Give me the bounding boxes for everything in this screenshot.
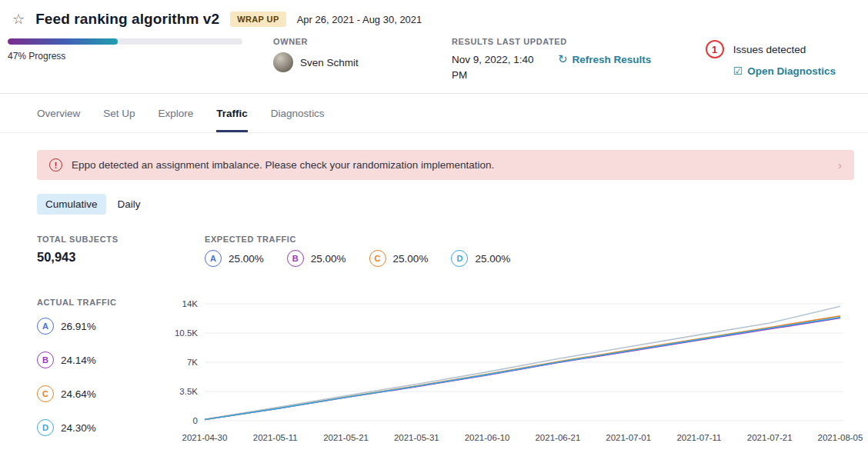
wrap-up-badge[interactable]: WRAP UP <box>230 12 286 27</box>
expected-variant-a-value: 25.00% <box>229 253 264 265</box>
experiment-header: ☆ Feed ranking algorithm v2 WRAP UP Apr … <box>0 0 868 94</box>
expected-traffic-block: EXPECTED TRAFFIC A 25.00% B 25.00% C 25.… <box>205 235 510 267</box>
tab-explore[interactable]: Explore <box>159 108 194 132</box>
owner-avatar <box>273 52 293 72</box>
expected-variant-c-value: 25.00% <box>393 253 429 265</box>
actual-variant-b-value: 24.14% <box>61 355 96 366</box>
variant-c-badge: C <box>37 385 54 402</box>
traffic-chart-section: ACTUAL TRAFFIC A 26.91% B 24.14% C 24.64… <box>0 298 868 453</box>
total-subjects-block: TOTAL SUBJECTS 50,943 <box>37 235 205 267</box>
svg-text:2021-05-11: 2021-05-11 <box>253 433 298 442</box>
actual-variant-c: C 24.64% <box>37 385 171 402</box>
variant-a-badge: A <box>37 318 54 335</box>
chevron-right-icon[interactable]: › <box>838 158 842 172</box>
favorite-star-icon[interactable]: ☆ <box>12 12 25 26</box>
actual-variant-d-value: 24.30% <box>61 422 96 434</box>
toggle-daily[interactable]: Daily <box>109 194 149 215</box>
actual-variant-a-value: 26.91% <box>61 321 96 332</box>
progress-label: 47% Progress <box>8 51 242 62</box>
actual-variant-a: A 26.91% <box>37 318 171 335</box>
results-last-updated-label: RESULTS LAST UPDATED <box>452 37 663 46</box>
svg-text:2021-07-21: 2021-07-21 <box>747 433 793 442</box>
refresh-results-button[interactable]: ↻ Refresh Results <box>558 52 651 66</box>
variant-b-badge: B <box>287 250 304 267</box>
svg-text:3.5K: 3.5K <box>179 387 198 396</box>
actual-variant-d: D 24.30% <box>37 419 171 436</box>
actual-traffic-label: ACTUAL TRAFFIC <box>37 298 171 307</box>
traffic-chart[interactable]: 03.5K7K10.5K14K2021-04-302021-05-112021-… <box>171 298 863 445</box>
expected-variant-d: D 25.00% <box>451 250 510 267</box>
issues-block: 1 Issues detected ☑ Open Diagnostics <box>706 40 836 77</box>
variant-a-badge: A <box>205 250 222 267</box>
expected-traffic-label: EXPECTED TRAFFIC <box>205 235 510 244</box>
tab-bar: Overview Set Up Explore Traffic Diagnost… <box>0 94 868 133</box>
meta-row: 47% Progress OWNER Sven Schmit RESULTS L… <box>0 28 868 82</box>
progress-block: 47% Progress <box>8 38 242 62</box>
svg-text:2021-06-10: 2021-06-10 <box>465 433 510 442</box>
issues-detected-text: Issues detected <box>733 44 806 55</box>
assignment-imbalance-alert[interactable]: ! Eppo detected an assignment imbalance.… <box>37 150 854 180</box>
tab-set-up[interactable]: Set Up <box>103 108 135 132</box>
open-diagnostics-label: Open Diagnostics <box>747 65 836 77</box>
svg-text:2021-05-31: 2021-05-31 <box>394 433 439 442</box>
actual-variant-b: B 24.14% <box>37 351 171 368</box>
experiment-date-range: Apr 26, 2021 - Aug 30, 2021 <box>297 14 422 25</box>
page-title: Feed ranking algorithm v2 <box>35 11 219 28</box>
refresh-results-label: Refresh Results <box>573 54 652 65</box>
alert-message: Eppo detected an assignment imbalance. P… <box>72 159 494 171</box>
stats-row: TOTAL SUBJECTS 50,943 EXPECTED TRAFFIC A… <box>37 235 868 267</box>
diagnostics-checklist-icon: ☑ <box>733 65 743 77</box>
actual-traffic-block: ACTUAL TRAFFIC A 26.91% B 24.14% C 24.64… <box>0 298 171 453</box>
warning-icon: ! <box>49 158 62 172</box>
tab-overview[interactable]: Overview <box>37 108 80 132</box>
cumulative-daily-toggle: Cumulative Daily <box>37 194 868 215</box>
expected-variant-a: A 25.00% <box>205 250 264 267</box>
svg-text:10.5K: 10.5K <box>175 328 198 338</box>
results-block: RESULTS LAST UPDATED Nov 9, 2022, 1:40 P… <box>452 37 663 82</box>
svg-text:2021-04-30: 2021-04-30 <box>182 433 228 442</box>
open-diagnostics-link[interactable]: ☑ Open Diagnostics <box>733 65 836 77</box>
progress-bar <box>8 38 242 45</box>
svg-text:2021-05-21: 2021-05-21 <box>323 433 369 442</box>
owner-block: OWNER Sven Schmit <box>273 37 452 72</box>
svg-text:7K: 7K <box>187 358 198 367</box>
svg-text:14K: 14K <box>182 299 199 308</box>
svg-text:2021-08-05: 2021-08-05 <box>818 433 863 442</box>
title-row: ☆ Feed ranking algorithm v2 WRAP UP Apr … <box>0 11 868 28</box>
expected-variant-d-value: 25.00% <box>475 253 510 265</box>
chart-wrap: 03.5K7K10.5K14K2021-04-302021-05-112021-… <box>171 298 868 453</box>
total-subjects-value: 50,943 <box>37 250 205 265</box>
issues-count-badge: 1 <box>706 40 724 58</box>
owner-name: Sven Schmit <box>300 57 359 68</box>
tab-traffic[interactable]: Traffic <box>216 108 248 132</box>
expected-variant-b: B 25.00% <box>287 250 346 267</box>
variant-c-badge: C <box>369 250 386 267</box>
svg-text:2021-07-11: 2021-07-11 <box>676 433 721 442</box>
svg-text:2021-06-21: 2021-06-21 <box>535 433 580 442</box>
variant-d-badge: D <box>37 419 54 436</box>
variant-b-badge: B <box>37 351 54 368</box>
expected-variant-c: C 25.00% <box>369 250 429 267</box>
results-timestamp: Nov 9, 2022, 1:40 PM <box>452 52 538 82</box>
actual-variant-c-value: 24.64% <box>61 388 96 400</box>
svg-text:0: 0 <box>193 416 198 425</box>
owner-label: OWNER <box>273 37 452 46</box>
total-subjects-label: TOTAL SUBJECTS <box>37 235 205 244</box>
variant-d-badge: D <box>451 250 468 267</box>
refresh-icon: ↻ <box>558 52 568 66</box>
tab-diagnostics[interactable]: Diagnostics <box>271 108 325 132</box>
expected-variant-b-value: 25.00% <box>311 253 346 265</box>
progress-bar-fill <box>8 38 118 45</box>
toggle-cumulative[interactable]: Cumulative <box>37 194 106 215</box>
svg-text:2021-07-01: 2021-07-01 <box>606 433 651 442</box>
